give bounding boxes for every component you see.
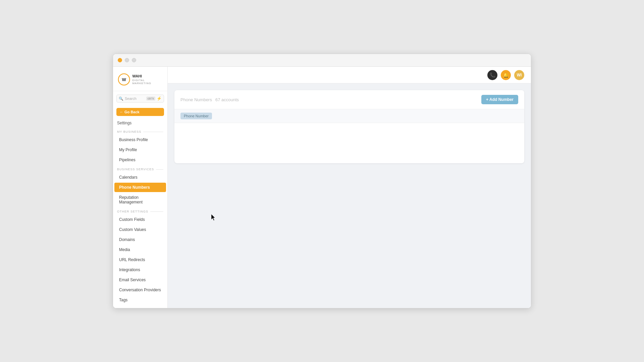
lightning-icon: ⚡ bbox=[157, 96, 162, 101]
logo-name: WAHI bbox=[132, 74, 163, 78]
sidebar-item-reputation-management[interactable]: Reputation Management bbox=[114, 193, 166, 207]
settings-label: Settings bbox=[113, 119, 167, 127]
mouse-cursor bbox=[211, 214, 217, 221]
sidebar-item-tags[interactable]: Tags bbox=[114, 295, 166, 305]
browser-body: W WAHI DIGITAL MARKETING 🔍 Search ctrl k… bbox=[113, 67, 531, 308]
sidebar: W WAHI DIGITAL MARKETING 🔍 Search ctrl k… bbox=[113, 67, 168, 308]
add-number-button[interactable]: + Add Number bbox=[481, 95, 518, 104]
phone-number-tag: Phone Number bbox=[180, 113, 212, 119]
search-placeholder: Search bbox=[125, 97, 145, 101]
logo-text-block: WAHI DIGITAL MARKETING bbox=[132, 74, 163, 84]
section-business-services: BUSINESS SERVICES bbox=[113, 165, 167, 172]
section-my-business: MY BUSINESS bbox=[113, 127, 167, 135]
browser-window: W WAHI DIGITAL MARKETING 🔍 Search ctrl k… bbox=[113, 54, 531, 308]
logo-area: W WAHI DIGITAL MARKETING bbox=[113, 67, 167, 91]
table-title-area: Phone Numbers 67 accounts bbox=[180, 97, 239, 102]
sidebar-item-business-profile[interactable]: Business Profile bbox=[114, 135, 166, 144]
search-area: 🔍 Search ctrl k ⚡ bbox=[113, 91, 167, 106]
section-other-settings: OTHER SETTINGS bbox=[113, 207, 167, 215]
phone-icon-button[interactable]: 📞 bbox=[487, 70, 497, 80]
phone-numbers-table: Phone Numbers 67 accounts + Add Number P… bbox=[174, 90, 524, 163]
sidebar-item-pipelines[interactable]: Pipelines bbox=[114, 155, 166, 165]
logo-container: W WAHI DIGITAL MARKETING bbox=[118, 73, 163, 86]
wahi-logo-icon: W bbox=[118, 73, 130, 86]
svg-text:W: W bbox=[122, 77, 126, 82]
page-body: Phone Numbers 67 accounts + Add Number P… bbox=[168, 83, 531, 308]
empty-state bbox=[174, 123, 524, 163]
sidebar-item-domains[interactable]: Domains bbox=[114, 235, 166, 244]
search-icon: 🔍 bbox=[119, 97, 123, 101]
phone-number-column-header: Phone Number bbox=[174, 109, 218, 123]
notification-icon-button[interactable]: 🔔 bbox=[501, 70, 511, 80]
sidebar-item-custom-fields[interactable]: Custom Fields bbox=[114, 215, 166, 224]
browser-titlebar bbox=[113, 54, 531, 67]
main-content: 📞 🔔 WI Phone Numbers 67 accounts + Add N… bbox=[168, 67, 531, 308]
traffic-light-maximize[interactable] bbox=[132, 58, 136, 62]
sidebar-item-conversation-providers[interactable]: Conversation Providers bbox=[114, 285, 166, 295]
sidebar-item-email-services[interactable]: Email Services bbox=[114, 275, 166, 285]
traffic-light-close[interactable] bbox=[118, 58, 122, 62]
sidebar-item-phone-numbers[interactable]: Phone Numbers bbox=[114, 183, 166, 192]
traffic-light-minimize[interactable] bbox=[125, 58, 129, 62]
go-back-button[interactable]: ← Go Back bbox=[116, 108, 164, 116]
table-title: Phone Numbers bbox=[180, 97, 212, 102]
sidebar-item-calendars[interactable]: Calendars bbox=[114, 173, 166, 182]
user-avatar[interactable]: WI bbox=[514, 70, 524, 80]
search-box[interactable]: 🔍 Search ctrl k ⚡ bbox=[116, 95, 164, 103]
topbar: 📞 🔔 WI bbox=[168, 67, 531, 83]
search-shortcut: ctrl k bbox=[146, 97, 155, 101]
sidebar-item-my-profile[interactable]: My Profile bbox=[114, 145, 166, 155]
sidebar-item-media[interactable]: Media bbox=[114, 245, 166, 254]
sidebar-item-custom-values[interactable]: Custom Values bbox=[114, 225, 166, 234]
sidebar-item-integrations[interactable]: Integrations bbox=[114, 265, 166, 275]
sidebar-item-url-redirects[interactable]: URL Redirects bbox=[114, 255, 166, 264]
table-header: Phone Numbers 67 accounts + Add Number bbox=[174, 90, 524, 109]
logo-subtext: DIGITAL MARKETING bbox=[132, 79, 163, 85]
table-count: 67 accounts bbox=[215, 97, 239, 102]
table-column-header: Phone Number bbox=[174, 109, 524, 123]
